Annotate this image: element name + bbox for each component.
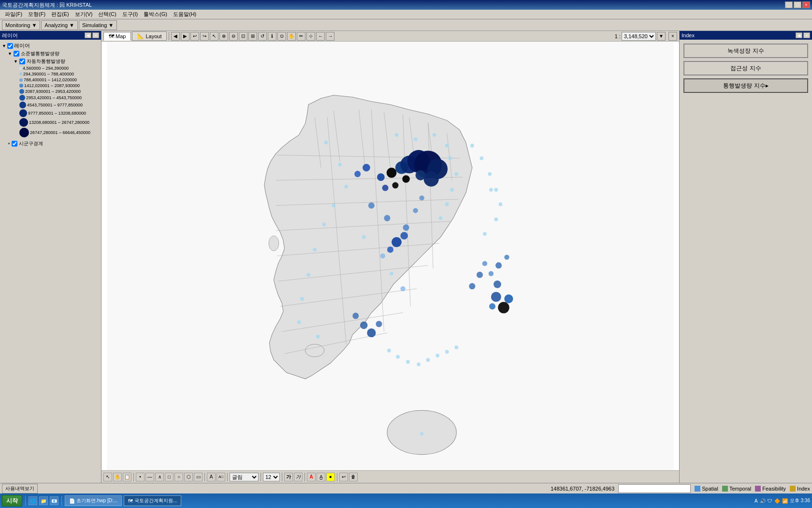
car-traffic-expand-icon[interactable]: ▼ — [14, 59, 18, 64]
tool-select[interactable]: ↖ — [210, 32, 218, 41]
quicklaunch-1[interactable]: 🌐 — [29, 496, 37, 505]
layout-icon: 📐 — [137, 33, 144, 39]
draw-polyline[interactable]: ∧ — [155, 473, 164, 481]
panel-close-button[interactable]: × — [92, 32, 99, 38]
menu-edit[interactable]: 편집(E) — [48, 10, 72, 19]
index-tab[interactable]: Index — [790, 486, 810, 492]
traffic-generation-index-button[interactable]: 통행발생량 지수▸ — [683, 78, 808, 93]
tool-nav-left[interactable]: ← — [316, 32, 325, 41]
font-color-A[interactable]: A — [307, 473, 316, 481]
svg-point-96 — [470, 144, 474, 148]
menu-toolbox[interactable]: 툴박스(G) — [141, 10, 170, 19]
tool-pan[interactable]: ✋ — [287, 32, 296, 41]
close-button[interactable]: × — [802, 1, 810, 8]
history-button[interactable]: 사용내역보기 — [2, 484, 38, 493]
root-expand-icon[interactable]: ▼ — [2, 44, 6, 48]
green-growth-index-button[interactable]: 녹색성장 지수 — [683, 44, 808, 58]
draw-line[interactable]: — — [145, 473, 154, 481]
tool-forward[interactable]: ▶ — [181, 32, 189, 41]
taskbar-right: A 🔊 🛡 🔶 📶 오후 3:36 — [754, 497, 810, 504]
tool-redo[interactable]: ↪ — [200, 32, 209, 41]
status-input[interactable] — [618, 484, 691, 493]
menu-view[interactable]: 보기(V) — [72, 10, 96, 19]
draw-circle[interactable]: ○ — [174, 473, 183, 481]
font-family-select[interactable]: 글림 — [230, 473, 259, 481]
draw-polygon[interactable]: ⬡ — [184, 473, 193, 481]
index-panel-close[interactable]: × — [803, 32, 810, 38]
spatial-tab[interactable]: Spatial — [695, 486, 718, 492]
svg-point-50 — [380, 254, 385, 258]
tool-zoom-full[interactable]: ⊞ — [248, 32, 257, 41]
text-tool[interactable]: A — [207, 473, 216, 481]
font-italic[interactable]: 가 — [294, 473, 303, 481]
svg-point-79 — [377, 173, 385, 181]
traffic-checkbox[interactable] — [14, 51, 19, 57]
tool-nav-right[interactable]: → — [326, 32, 334, 41]
text-box-tool[interactable]: A□ — [217, 473, 225, 481]
tool-edit[interactable]: ✏ — [297, 32, 305, 41]
scale-dropdown[interactable]: ▼ — [657, 32, 666, 41]
car-traffic-checkbox[interactable] — [19, 59, 25, 64]
app-title: 국토공간계획지원체계 : 回 KRIHSTAL — [2, 1, 92, 9]
tool-zoom-in[interactable]: ⊕ — [219, 32, 228, 41]
draw-pan[interactable]: ✋ — [113, 473, 122, 481]
tool-measure[interactable]: ⊙ — [277, 32, 286, 41]
svg-point-52 — [400, 286, 405, 291]
draw-rectangle[interactable]: □ — [165, 473, 174, 481]
boundary-expand-icon[interactable]: + — [8, 141, 10, 146]
tool-zoom-out[interactable]: ⊖ — [229, 32, 238, 41]
panel-close-map[interactable]: × — [668, 32, 677, 41]
boundary-checkbox[interactable] — [12, 141, 17, 147]
menu-tools[interactable]: 도구(I) — [119, 10, 141, 19]
draw-point[interactable]: • — [136, 473, 145, 481]
root-checkbox[interactable] — [7, 43, 13, 49]
scale-select[interactable]: 3,148,520 1,000,000 500,000 — [622, 32, 656, 41]
tool-identify[interactable]: ℹ — [268, 32, 276, 41]
draw-sep6 — [304, 473, 305, 481]
menu-select[interactable]: 선택(C) — [95, 10, 119, 19]
quicklaunch-3[interactable]: 📧 — [50, 496, 58, 505]
map-canvas[interactable] — [102, 42, 679, 470]
feasibility-tab[interactable]: Feasibility — [755, 486, 786, 492]
tool-back[interactable]: ◀ — [171, 32, 180, 41]
start-button[interactable]: 시작 — [2, 495, 22, 507]
temporal-tab-label: Temporal — [729, 486, 751, 492]
draw-select[interactable]: ↖ — [103, 473, 112, 481]
tool-zoom-extent[interactable]: ⊡ — [239, 32, 247, 41]
analyzing-dropdown[interactable]: Analyzing ▼ — [41, 20, 78, 30]
menu-help[interactable]: 도움말(H) — [170, 10, 199, 19]
tab-layout[interactable]: 📐 Layout — [132, 31, 167, 41]
temporal-tab[interactable]: Temporal — [722, 486, 751, 492]
quicklaunch-2[interactable]: 📁 — [39, 496, 48, 505]
taskbar-hwp[interactable]: 📄 초기화면.hwp [D:... — [65, 495, 122, 506]
maximize-button[interactable]: □ — [794, 1, 801, 8]
svg-point-102 — [420, 432, 424, 436]
draw-copy[interactable]: 📋 — [123, 473, 131, 481]
index-panel-pin[interactable]: ◀ — [796, 32, 802, 38]
draw-freehand[interactable]: ▭ — [194, 473, 203, 481]
menu-file[interactable]: 파일(F) — [2, 10, 25, 19]
tool-rotate[interactable]: ↺ — [258, 32, 267, 41]
tool-undo[interactable]: ↩ — [190, 32, 199, 41]
accessibility-index-button[interactable]: 접근성 지수 — [683, 61, 808, 75]
menu-model[interactable]: 모형(F) — [25, 10, 48, 19]
font-bold[interactable]: 가 — [284, 473, 293, 481]
font-bg[interactable]: ■ — [326, 473, 335, 481]
map-svg — [102, 42, 679, 470]
draw-delete[interactable]: 🗑 — [349, 473, 358, 481]
legend-item-4: 1412,020001 – 2087,930000 — [19, 83, 99, 89]
font-highlight[interactable]: A̲ — [317, 473, 325, 481]
traffic-expand-icon[interactable]: ▼ — [8, 51, 12, 56]
draw-undo[interactable]: ↩ — [339, 473, 348, 481]
taskbar-gis[interactable]: 🗺 국토공간계획지원... — [124, 495, 181, 506]
svg-point-42 — [332, 204, 335, 208]
monitoring-dropdown[interactable]: Monitoring ▼ — [2, 20, 40, 30]
minimize-button[interactable]: _ — [785, 1, 793, 8]
simulating-dropdown[interactable]: Simulating ▼ — [79, 20, 117, 30]
tool-node[interactable]: ⊹ — [306, 32, 315, 41]
panel-pin-button[interactable]: ◀ — [85, 32, 91, 38]
tab-map[interactable]: 🗺 Map — [103, 32, 131, 41]
svg-point-38 — [483, 232, 487, 236]
scale-label: 1 : — [615, 33, 621, 39]
font-size-select[interactable]: 12 8 9 10 11 14 — [263, 473, 280, 481]
